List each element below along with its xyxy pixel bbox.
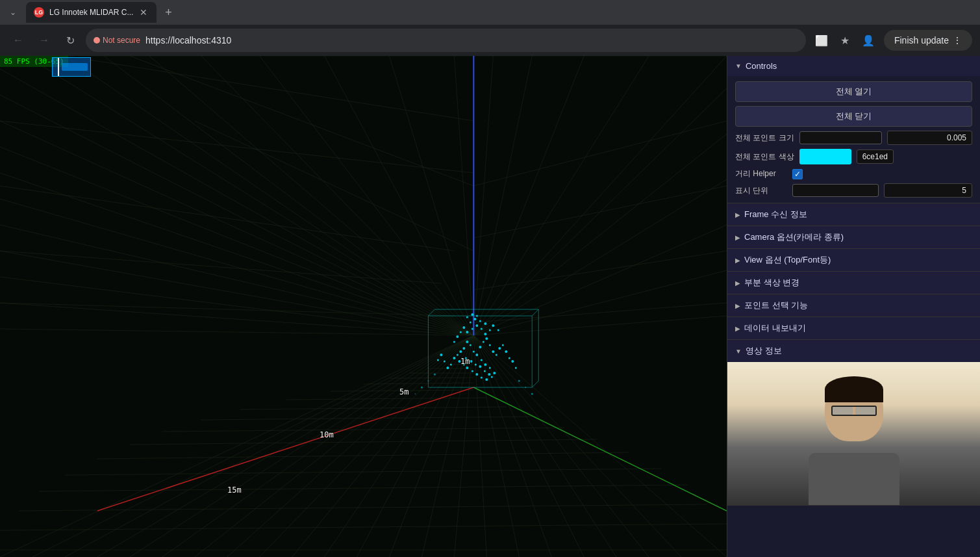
point-size-input[interactable] [799, 131, 882, 144]
tab-close-btn[interactable]: ✕ [138, 7, 149, 18]
controls-chevron [735, 62, 742, 70]
video-info-chevron [735, 348, 742, 355]
back-btn[interactable]: ← [8, 30, 29, 51]
nav-icons: ⬜ ★ 👤 [811, 30, 879, 51]
partial-color-header[interactable]: 부분 색상 변경 [727, 272, 980, 294]
view-options-chevron [735, 257, 740, 264]
view-options-header[interactable]: View 옵션 (Top/Font등) [727, 249, 980, 271]
tab-title: LG Innotek MLIDAR C... [49, 8, 133, 17]
distance-15m: 15m [227, 486, 242, 495]
distance-helper-label: 거리 Helper [735, 168, 787, 179]
svg-point-139 [414, 393, 416, 395]
profile-btn[interactable]: 👤 [858, 30, 879, 51]
svg-rect-0 [0, 56, 727, 557]
face-glasses [831, 406, 877, 416]
finish-update-label: Finish update [894, 35, 949, 45]
svg-point-111 [444, 361, 446, 363]
camera-options-section: Camera 옵션(카메라 종류) [727, 226, 980, 249]
svg-point-142 [475, 324, 478, 327]
address-bar[interactable]: Not secure https://localhost:4310 [86, 29, 806, 52]
svg-point-93 [473, 351, 475, 353]
bookmark-btn[interactable]: ★ [835, 30, 855, 51]
svg-point-124 [466, 367, 468, 369]
svg-point-104 [511, 360, 514, 363]
point-select-header[interactable]: 포인트 선택 기능 [727, 294, 980, 317]
camera-options-header[interactable]: Camera 옵션(카메라 종류) [727, 226, 980, 248]
forward-btn[interactable]: → [34, 30, 55, 51]
svg-point-92 [462, 347, 465, 350]
mini-timeline[interactable] [52, 57, 91, 77]
new-tab-btn[interactable]: + [159, 3, 177, 21]
glass-lens-left [833, 407, 853, 415]
tab-list-btn[interactable]: ⌄ [5, 5, 21, 20]
content-area: 85 FPS (30-65) [0, 56, 980, 557]
svg-point-146 [492, 324, 494, 327]
cast-btn[interactable]: ⬜ [811, 30, 832, 51]
svg-point-132 [488, 373, 490, 376]
svg-point-113 [437, 359, 439, 361]
point-color-label: 전체 포인트 색상 [735, 151, 794, 162]
frame-info-header[interactable]: Frame 수신 정보 [727, 203, 980, 226]
svg-point-143 [481, 328, 483, 330]
svg-point-109 [450, 364, 452, 366]
refresh-btn[interactable]: ↻ [60, 30, 81, 51]
right-panel: Controls 전체 열기 전체 닫기 전체 포인트 크기 0.005 [727, 56, 980, 557]
svg-point-128 [470, 360, 472, 363]
face-head [825, 376, 883, 441]
svg-point-145 [489, 330, 491, 331]
svg-point-100 [498, 347, 501, 350]
svg-point-118 [493, 372, 496, 374]
close-all-btn[interactable]: 전체 닫기 [735, 106, 972, 127]
distance-helper-row: 거리 Helper ✓ [735, 168, 972, 179]
svg-point-114 [475, 354, 478, 356]
glass-lens-right [855, 407, 875, 415]
svg-point-102 [505, 350, 507, 353]
svg-point-116 [484, 363, 486, 366]
display-unit-input[interactable] [792, 184, 879, 197]
svg-point-135 [531, 393, 533, 395]
frame-info-label: Frame 수신 정보 [744, 209, 807, 220]
not-secure-dot [94, 37, 100, 44]
data-export-header[interactable]: 데이터 내보내기 [727, 317, 980, 339]
active-tab[interactable]: LG LG Innotek MLIDAR C... ✕ [26, 2, 157, 23]
svg-point-148 [462, 326, 465, 329]
svg-point-152 [470, 322, 471, 324]
close-row: 전체 닫기 [735, 106, 972, 127]
viewport[interactable]: 85 FPS (30-65) [0, 56, 727, 557]
point-color-row: 전체 포인트 색상 6ce1ed [735, 149, 972, 164]
svg-point-121 [481, 377, 483, 379]
browser-chrome: ⌄ LG LG Innotek MLIDAR C... ✕ + ← → ↻ No… [0, 0, 980, 56]
svg-point-119 [491, 376, 493, 378]
finish-update-btn[interactable]: Finish update ⋮ [884, 30, 972, 51]
svg-point-140 [466, 331, 468, 333]
svg-point-130 [479, 365, 481, 368]
svg-point-120 [485, 378, 488, 381]
point-size-label: 전체 포인트 크기 [735, 133, 794, 144]
svg-point-106 [459, 350, 462, 353]
svg-point-108 [453, 357, 455, 359]
svg-point-147 [497, 330, 499, 331]
open-all-btn[interactable]: 전체 열기 [735, 81, 972, 102]
video-info-header[interactable]: 영상 정보 [727, 340, 980, 362]
frame-info-chevron [735, 211, 740, 218]
svg-point-155 [484, 322, 486, 325]
timeline-cursor [58, 58, 59, 76]
svg-point-98 [492, 350, 494, 353]
distance-helper-checkbox[interactable]: ✓ [792, 169, 803, 179]
view-options-section: View 옵션 (Top/Font등) [727, 249, 980, 272]
svg-point-105 [515, 367, 517, 369]
partial-color-section: 부분 색상 변경 [727, 272, 980, 294]
not-secure-indicator: Not secure [94, 36, 140, 45]
display-unit-value: 5 [884, 183, 973, 198]
svg-point-107 [457, 354, 459, 356]
data-export-label: 데이터 내보내기 [744, 322, 806, 334]
controls-header[interactable]: Controls [727, 56, 980, 76]
svg-point-110 [446, 367, 449, 369]
point-color-swatch[interactable] [799, 149, 851, 164]
svg-point-133 [518, 380, 520, 382]
svg-point-91 [470, 344, 471, 346]
controls-section: Controls 전체 열기 전체 닫기 전체 포인트 크기 0.005 [727, 56, 980, 203]
video-info-label: 영상 정보 [746, 345, 782, 357]
video-info-section: 영상 정보 [727, 340, 980, 506]
svg-point-157 [471, 313, 473, 316]
